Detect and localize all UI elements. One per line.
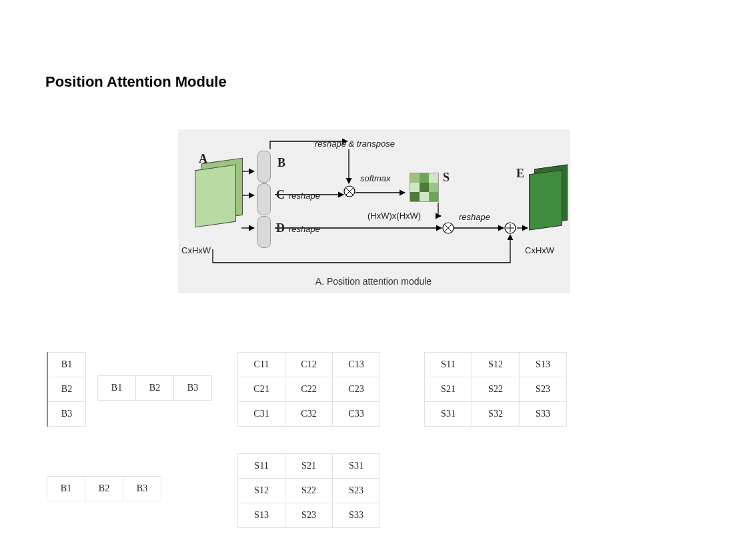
cell: C32 bbox=[285, 402, 333, 427]
matrix-s: S11S12S13 S21S22S23 S31S32S33 bbox=[424, 352, 567, 427]
cell: S11 bbox=[238, 454, 285, 479]
attention-map-icon bbox=[410, 173, 438, 201]
vector-b-row-2: B1 B2 B3 bbox=[47, 476, 161, 501]
svg-rect-24 bbox=[429, 183, 438, 192]
svg-rect-27 bbox=[429, 192, 438, 201]
cell: C11 bbox=[238, 353, 285, 377]
svg-rect-22 bbox=[410, 183, 420, 192]
label-reshape-e: reshape bbox=[459, 212, 490, 222]
matrix-s-transpose: S11S21S31 S12S22S23 S13S23S33 bbox=[237, 453, 380, 528]
svg-rect-19 bbox=[410, 173, 420, 183]
svg-rect-25 bbox=[410, 192, 420, 201]
vector-b-col: B1 B2 B3 bbox=[47, 352, 86, 427]
cell: S23 bbox=[520, 377, 567, 402]
cell: B1 bbox=[47, 353, 86, 377]
cell: S33 bbox=[520, 402, 567, 427]
vector-b-row: B1 B2 B3 bbox=[97, 375, 212, 401]
cell: S31 bbox=[333, 454, 380, 479]
cell: S13 bbox=[238, 503, 285, 528]
svg-rect-26 bbox=[420, 192, 429, 201]
page-title: Position Attention Module bbox=[45, 73, 227, 91]
label-a: A bbox=[199, 152, 207, 166]
label-reshape-transpose: reshape & transpose bbox=[315, 139, 395, 149]
cell: C12 bbox=[285, 353, 333, 377]
cell: C23 bbox=[333, 377, 380, 402]
cell: B1 bbox=[47, 477, 85, 501]
matrix-c: C11C12C13 C21C22C23 C31C32C33 bbox=[237, 352, 380, 427]
dim-a: CxHxW bbox=[181, 245, 211, 255]
cell: S31 bbox=[425, 402, 472, 427]
dim-e: CxHxW bbox=[525, 245, 554, 255]
tensor-c bbox=[257, 183, 271, 215]
cell: B2 bbox=[47, 377, 86, 402]
label-d: D bbox=[276, 221, 285, 235]
cell: B2 bbox=[85, 477, 123, 501]
label-c: C bbox=[276, 188, 285, 202]
cell: S21 bbox=[285, 454, 333, 479]
cell: S22 bbox=[285, 479, 333, 503]
cell: C22 bbox=[285, 377, 333, 402]
cell: S11 bbox=[425, 353, 472, 377]
svg-rect-20 bbox=[420, 173, 429, 183]
label-s: S bbox=[443, 171, 450, 185]
cell: S23 bbox=[285, 503, 333, 528]
tensor-a bbox=[195, 167, 241, 227]
cell: B2 bbox=[136, 376, 174, 401]
cell: B3 bbox=[123, 477, 161, 501]
cell: S12 bbox=[472, 353, 520, 377]
label-reshape-d: reshape bbox=[289, 224, 320, 234]
cell: C33 bbox=[333, 402, 380, 427]
cell: S22 bbox=[472, 377, 520, 402]
tensor-b bbox=[257, 151, 271, 183]
cell: C31 bbox=[238, 402, 285, 427]
dim-s: (HxW)x(HxW) bbox=[367, 211, 421, 221]
label-softmax: softmax bbox=[360, 173, 391, 183]
cell: C21 bbox=[238, 377, 285, 402]
cell: B3 bbox=[174, 376, 212, 401]
cell: B3 bbox=[47, 402, 86, 427]
cell: S12 bbox=[238, 479, 285, 503]
cell: B1 bbox=[98, 376, 136, 401]
matmul-icon bbox=[344, 186, 355, 197]
tensor-e bbox=[529, 172, 569, 232]
cell: S21 bbox=[425, 377, 472, 402]
cell: S33 bbox=[333, 503, 380, 528]
label-e: E bbox=[516, 167, 524, 181]
cell: C13 bbox=[333, 353, 380, 377]
svg-rect-23 bbox=[420, 183, 429, 192]
tensor-d bbox=[257, 216, 271, 248]
label-reshape-c: reshape bbox=[289, 191, 320, 201]
cell: S32 bbox=[472, 402, 520, 427]
cell: S13 bbox=[520, 353, 567, 377]
cell: S23 bbox=[333, 479, 380, 503]
label-b: B bbox=[277, 156, 285, 170]
matmul-icon bbox=[443, 223, 454, 233]
svg-rect-21 bbox=[429, 173, 438, 183]
add-icon bbox=[505, 223, 516, 233]
